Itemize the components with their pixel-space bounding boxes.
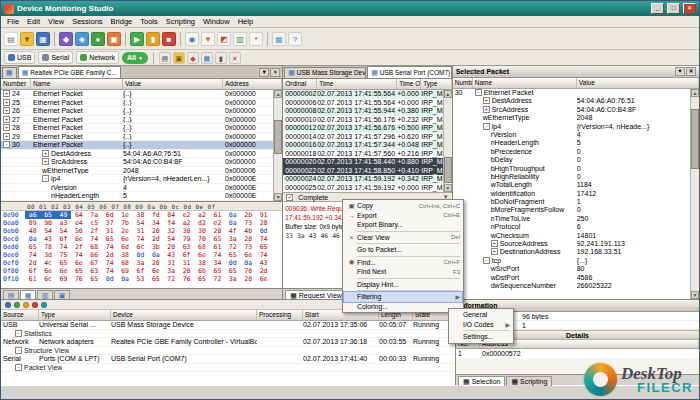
column-number[interactable]: Number: [1, 79, 31, 89]
usb-packet-row[interactable]: 0000002202.07.2013 17:41:58.850+0.410IRP…: [283, 167, 452, 176]
request-view-tab[interactable]: ▦Request View: [285, 290, 347, 299]
field-row[interactable]: bHighReliability0: [453, 173, 699, 181]
usb-packet-row[interactable]: 0000001602.07.2013 17:41:57.344+0.048IRP…: [283, 141, 452, 150]
statistics-icon[interactable]: ▥: [233, 32, 247, 46]
field-row[interactable]: +SourceAddress92.241.191.113: [453, 240, 699, 248]
scroll-thumb[interactable]: [444, 157, 452, 183]
tree-expander-icon[interactable]: +: [42, 158, 49, 165]
column-name[interactable]: Name: [31, 79, 123, 89]
icon-tab[interactable]: ▦: [2, 67, 17, 78]
field-row[interactable]: -ip4{rVersion=4, nHeade...}: [453, 123, 699, 131]
hex-row[interactable]: 0f10616c6976650d0a5365727665723a206e: [1, 275, 282, 283]
scroll-down-icon[interactable]: ▼: [691, 291, 699, 299]
scroll-thumb[interactable]: [691, 109, 699, 169]
hex-row[interactable]: 0f006f6e6e656374696f6e3a206b6565702d: [1, 267, 282, 275]
field-row[interactable]: bDoNotFragment1: [453, 198, 699, 206]
session-toolbar-icon-1[interactable]: [5, 302, 11, 308]
tree-expander-icon[interactable]: +: [3, 124, 10, 131]
help-icon[interactable]: ?: [288, 32, 302, 46]
menu-item-clear-view[interactable]: ×Clear ViewDel: [344, 233, 462, 243]
panel-pin-button[interactable]: ▼: [675, 67, 685, 76]
session-processing-row[interactable]: -Packet View: [1, 364, 455, 373]
usb-packet-row[interactable]: 0000000202.07.2013 17:41:55.564+0.000IRP…: [283, 90, 452, 99]
packet-row[interactable]: rVersion40x00000E: [1, 184, 282, 193]
field-row[interactable]: nProtocol6: [453, 223, 699, 231]
session-toolbar-icon-2[interactable]: [14, 302, 20, 308]
menu-view[interactable]: View: [44, 17, 68, 26]
process-filter-icon[interactable]: ▤: [159, 52, 171, 64]
field-row[interactable]: bPrecedence0: [453, 148, 699, 156]
packet-row[interactable]: +24Ethernet Packet{..}0x000000: [1, 90, 282, 99]
tree-expander-icon[interactable]: +: [3, 90, 10, 97]
tree-expander-icon[interactable]: -: [483, 257, 490, 264]
tree-expander-icon[interactable]: +: [491, 248, 498, 255]
session-row[interactable]: SerialPorts (COM & LPT)USB Serial Port (…: [1, 355, 455, 364]
usb-packet-row[interactable]: 0000001002.07.2013 17:41:56.176+0.232IRP…: [283, 116, 452, 125]
tree-expander-icon[interactable]: +: [483, 97, 490, 104]
tree-expander-icon[interactable]: +: [491, 240, 498, 247]
scroll-thumb[interactable]: [274, 120, 282, 154]
menu-item-export-binary[interactable]: Export Binary...: [344, 220, 462, 230]
minimize-button[interactable]: _: [651, 3, 664, 14]
tab-close-button[interactable]: ✕: [270, 68, 280, 77]
menu-item-find-next[interactable]: Find NextF3: [344, 267, 462, 277]
packet-row[interactable]: +26Ethernet Packet{..}0x000000: [1, 107, 282, 116]
stop-icon[interactable]: ■: [162, 32, 176, 46]
hex-row[interactable]: 0ee0743d7574662d380d0a436f6e74656e74: [1, 251, 282, 259]
usb-packet-row[interactable]: 0000002002.07.2013 17:41:58.440+0.880IRP…: [283, 158, 452, 167]
usb-packet-row[interactable]: 0000000802.07.2013 17:41:55.944+0.380IRP…: [283, 107, 452, 116]
menu-item-go-to-packet[interactable]: Go to Packet...: [344, 245, 462, 255]
all-filter-dropdown[interactable]: All ▼: [122, 52, 148, 64]
field-row[interactable]: bHighThroughput0: [453, 165, 699, 173]
tree-expander-icon[interactable]: +: [483, 106, 490, 113]
field-row[interactable]: wChecksum14801: [453, 232, 699, 240]
session-toolbar-icon-4[interactable]: [32, 302, 38, 308]
serial-monitor-icon[interactable]: ◈: [75, 32, 89, 46]
checkbox-icon[interactable]: ✓: [286, 194, 293, 201]
window-layout-icon[interactable]: ▦: [272, 32, 286, 46]
field-row[interactable]: wSrcPort80: [453, 265, 699, 273]
column-address[interactable]: Address: [223, 79, 282, 89]
usb-list-scrollbar[interactable]: ▲ ▼: [443, 90, 452, 192]
field-row[interactable]: bDelay0: [453, 156, 699, 164]
field-row[interactable]: +DestinationAddress192.168.33.51: [453, 248, 699, 256]
menu-scripting[interactable]: Scripting: [162, 17, 199, 26]
packet-row[interactable]: +SrcAddress54:04:A6:C0:B4:8F0x000000: [1, 158, 282, 167]
menu-bridge[interactable]: Bridge: [107, 17, 137, 26]
menu-window[interactable]: Window: [199, 17, 234, 26]
pause-view-icon[interactable]: ▮: [215, 52, 227, 64]
filter-icon[interactable]: ▼: [201, 32, 215, 46]
packet-row[interactable]: wEthernetType20480x000006: [1, 167, 282, 176]
session-processing-row[interactable]: -Structure View: [1, 347, 455, 356]
column-value[interactable]: Value: [577, 78, 699, 88]
packet-row[interactable]: -30Ethernet Packet{..}0x000000: [1, 141, 282, 150]
tree-expander-icon[interactable]: -: [15, 347, 22, 354]
session-toolbar-icon-3[interactable]: [23, 302, 29, 308]
column-value[interactable]: Value: [123, 79, 223, 89]
session-row[interactable]: NetworkNetwork adaptersRealtek PCIe GBE …: [1, 338, 455, 347]
open-icon[interactable]: ▼: [20, 32, 34, 46]
scroll-down-icon[interactable]: ▼: [444, 184, 452, 192]
packet-row[interactable]: +29Ethernet Packet{..}0x000000: [1, 133, 282, 142]
column-name[interactable]: Name: [473, 78, 577, 88]
menu-file[interactable]: File: [3, 17, 23, 26]
menu-item-i-o-codes[interactable]: I/O Codes▶: [450, 320, 512, 330]
menu-item-settings[interactable]: Settings...: [450, 332, 512, 342]
save-icon[interactable]: ▦: [36, 32, 50, 46]
field-row[interactable]: 30-Ethernet Packet: [453, 89, 699, 97]
scroll-up-icon[interactable]: ▲: [274, 90, 282, 98]
usb-monitor-icon[interactable]: ◆: [59, 32, 73, 46]
tab-usb-mass-storage[interactable]: ▦USB Mass Storage Device -...: [284, 67, 366, 78]
menu-item-find[interactable]: ◉Find...Ctrl+F: [344, 258, 462, 268]
menu-item-general[interactable]: General: [450, 310, 512, 320]
usb-packet-row[interactable]: 0000000602.07.2013 17:41:55.564+0.000IRP…: [283, 99, 452, 108]
tree-expander-icon[interactable]: -: [483, 123, 490, 130]
usb-filter-toggle[interactable]: USB: [4, 51, 35, 64]
field-row[interactable]: wTotalLength1184: [453, 181, 699, 189]
tree-expander-icon[interactable]: -: [15, 330, 22, 337]
hex-row[interactable]: 0ec00a436f6e74656e742d547970653a2074: [1, 235, 282, 243]
column-number[interactable]: Number: [453, 78, 473, 88]
hex-row[interactable]: 0e90a6b549647a6d1e38fd84e2a2610a2b91: [1, 211, 282, 219]
console-view-tab[interactable]: ▣: [54, 290, 70, 299]
usb-packet-row[interactable]: 0000002502.07.2013 17:41:59.192+0.000IRP…: [283, 184, 452, 193]
